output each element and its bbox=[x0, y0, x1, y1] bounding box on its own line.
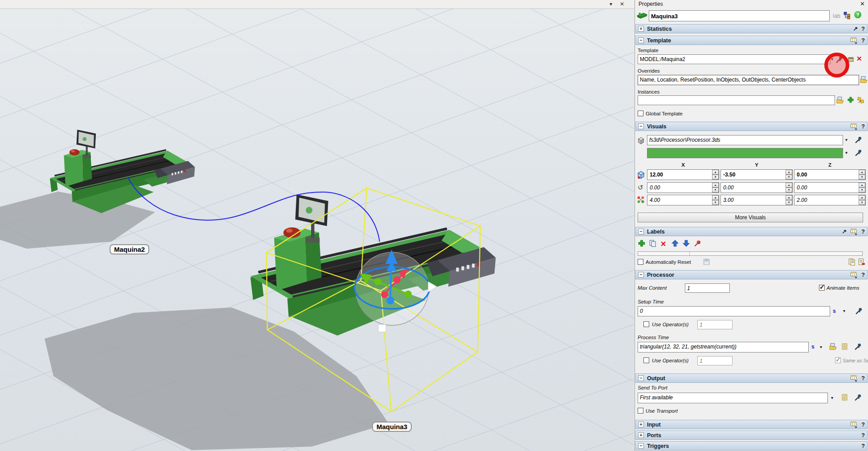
input-help-icon[interactable]: ? bbox=[861, 421, 865, 428]
ports-help-icon[interactable]: ? bbox=[861, 432, 865, 439]
rename-icon[interactable]: Iab bbox=[833, 13, 840, 19]
animate-items-checkbox[interactable] bbox=[819, 285, 825, 291]
tree-view-icon[interactable] bbox=[843, 11, 851, 19]
section-statistics[interactable]: + Statistics ↗ ? bbox=[635, 24, 868, 33]
labels-collapse-toggle[interactable]: − bbox=[638, 229, 644, 234]
rotation-z-spinner[interactable]: ▲▼ bbox=[859, 183, 865, 193]
rotation-y-spinner[interactable]: ▲▼ bbox=[786, 183, 792, 193]
setup-time-dropdown-icon[interactable]: ▾ bbox=[843, 308, 845, 313]
processor-help-icon[interactable]: ? bbox=[861, 271, 865, 278]
viewport-menu-dropdown-icon[interactable]: ▾ bbox=[610, 0, 612, 8]
rotation-y-input[interactable]: 0.00 bbox=[721, 182, 793, 193]
rotation-x-spinner[interactable]: ▲▼ bbox=[712, 183, 719, 193]
labels-help-icon[interactable]: ? bbox=[861, 228, 865, 235]
size-x-input[interactable]: 4.00 bbox=[647, 195, 719, 205]
statistics-help-icon[interactable]: ? bbox=[861, 25, 865, 32]
setup-time-input[interactable]: 0 bbox=[638, 306, 830, 316]
send-to-port-dropdown-icon[interactable]: ▾ bbox=[831, 395, 833, 400]
section-visuals[interactable]: − Visuals ? bbox=[635, 122, 868, 131]
size-y-input[interactable]: 3.00 bbox=[721, 195, 793, 205]
triggers-collapse-toggle[interactable]: − bbox=[638, 443, 644, 449]
labels-table-icon[interactable] bbox=[850, 228, 858, 235]
output-help-icon[interactable]: ? bbox=[861, 375, 865, 381]
input-expand-toggle[interactable]: + bbox=[638, 422, 644, 427]
send-to-port-input[interactable]: First available bbox=[638, 393, 828, 403]
instances-add-icon[interactable] bbox=[847, 96, 854, 103]
visuals-help-icon[interactable]: ? bbox=[861, 123, 865, 130]
label-pin-icon[interactable] bbox=[693, 239, 701, 247]
statistics-pin-icon[interactable]: ↗ bbox=[853, 25, 858, 32]
position-y-spinner[interactable]: ▲▼ bbox=[786, 170, 792, 180]
ports-expand-toggle[interactable]: + bbox=[638, 432, 644, 438]
template-table-icon[interactable] bbox=[850, 37, 858, 44]
use-transport-checkbox[interactable] bbox=[638, 408, 643, 414]
process-use-operators-checkbox[interactable] bbox=[643, 357, 649, 363]
overrides-input[interactable]: Name, Location, ResetPosition, InObjects… bbox=[638, 75, 859, 85]
global-template-checkbox[interactable] bbox=[638, 111, 643, 116]
auto-reset-checkbox[interactable] bbox=[638, 259, 643, 265]
process-time-input[interactable]: triangular(12, 32, 21, getstream(current… bbox=[638, 342, 809, 353]
output-collapse-toggle[interactable]: − bbox=[638, 375, 644, 381]
color-dropdown-icon[interactable]: ▾ bbox=[845, 150, 848, 155]
section-output[interactable]: − Output ? bbox=[635, 373, 868, 383]
section-ports[interactable]: + Ports ? bbox=[635, 430, 868, 440]
color-swatch[interactable] bbox=[647, 148, 843, 158]
shape-eyedropper-icon[interactable] bbox=[855, 136, 862, 144]
resize-handle[interactable] bbox=[378, 324, 386, 332]
shape-file-input[interactable]: fs3d\Processor\Processor.3ds bbox=[647, 135, 843, 145]
save-labels-icon[interactable] bbox=[703, 258, 710, 266]
position-z-spinner[interactable]: ▲▼ bbox=[859, 170, 865, 180]
visuals-collapse-toggle[interactable]: − bbox=[638, 123, 644, 129]
processor-table-icon[interactable] bbox=[850, 271, 858, 279]
3d-scene[interactable] bbox=[0, 9, 634, 451]
setup-time-eyedropper-icon[interactable] bbox=[855, 307, 863, 315]
section-labels[interactable]: − Labels ↗ ? bbox=[635, 227, 868, 236]
size-x-spinner[interactable]: ▲▼ bbox=[712, 195, 719, 205]
more-visuals-button[interactable]: More Visuals bbox=[638, 213, 863, 222]
instances-input[interactable] bbox=[638, 95, 835, 105]
label-add-icon[interactable] bbox=[638, 239, 646, 247]
process-time-code-icon[interactable] bbox=[841, 343, 848, 350]
instances-sync-icon[interactable] bbox=[857, 96, 864, 104]
viewport-close-icon[interactable]: ✕ bbox=[620, 0, 624, 8]
process-time-eyedropper-icon[interactable] bbox=[854, 343, 862, 350]
label-move-down-icon[interactable] bbox=[682, 239, 690, 247]
process-time-open-icon[interactable] bbox=[829, 343, 837, 350]
label-move-up-icon[interactable] bbox=[671, 239, 679, 247]
labels-table-header[interactable] bbox=[638, 251, 863, 256]
copy-labels-icon[interactable] bbox=[848, 258, 856, 266]
3d-viewport[interactable]: ▾ ✕ bbox=[0, 0, 634, 451]
rotation-z-input[interactable]: 0.00 bbox=[794, 182, 866, 193]
position-z-input[interactable]: 0.00 bbox=[794, 169, 866, 180]
output-table-icon[interactable] bbox=[850, 374, 858, 382]
processor-collapse-toggle[interactable]: − bbox=[638, 272, 644, 278]
template-collapse-toggle[interactable]: − bbox=[638, 37, 644, 43]
input-table-icon[interactable] bbox=[850, 421, 858, 428]
size-z-input[interactable]: 2.00 bbox=[794, 195, 866, 205]
position-x-input[interactable]: 12.00 bbox=[647, 169, 719, 180]
section-template[interactable]: − Template ? bbox=[635, 36, 868, 45]
send-to-port-eyedropper-icon[interactable] bbox=[854, 394, 862, 401]
setup-use-operators-checkbox[interactable] bbox=[643, 321, 649, 327]
labels-pin-icon[interactable]: ↗ bbox=[842, 228, 847, 235]
size-z-spinner[interactable]: ▲▼ bbox=[859, 195, 865, 205]
position-y-input[interactable]: -3.50 bbox=[721, 169, 793, 180]
help-icon[interactable]: ? bbox=[854, 11, 861, 18]
paste-labels-icon[interactable] bbox=[857, 258, 865, 266]
size-y-spinner[interactable]: ▲▼ bbox=[786, 195, 792, 205]
send-to-port-code-icon[interactable] bbox=[841, 394, 848, 401]
max-content-input[interactable]: 1 bbox=[685, 283, 730, 293]
rotation-x-input[interactable]: 0.00 bbox=[647, 182, 719, 193]
color-eyedropper-icon[interactable] bbox=[855, 149, 862, 156]
object-name-input[interactable]: Maquina3 bbox=[649, 10, 830, 21]
process-time-dropdown-icon[interactable]: ▾ bbox=[820, 344, 822, 349]
template-help-icon[interactable]: ? bbox=[861, 37, 865, 44]
instances-open-icon[interactable] bbox=[836, 96, 844, 104]
shape-dropdown-icon[interactable]: ▾ bbox=[845, 137, 848, 142]
position-x-spinner[interactable]: ▲▼ bbox=[712, 170, 719, 180]
panel-close-icon[interactable]: ✕ bbox=[860, 0, 865, 7]
label-copy-icon[interactable] bbox=[649, 239, 657, 247]
visuals-table-icon[interactable] bbox=[850, 123, 858, 130]
template-remove-icon[interactable]: ✕ bbox=[856, 55, 862, 63]
section-processor[interactable]: − Processor ? bbox=[635, 270, 868, 279]
